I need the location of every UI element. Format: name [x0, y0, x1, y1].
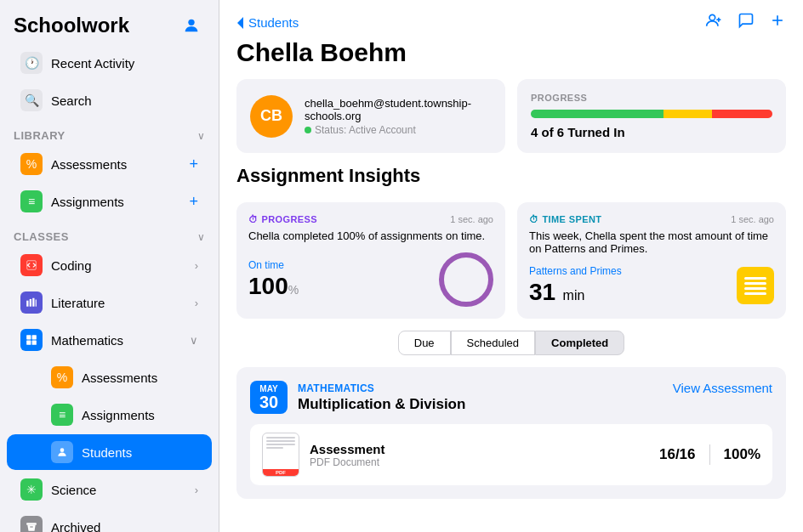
insight-progress-card: ⏱ PROGRESS 1 sec. ago Chella completed 1…: [236, 202, 505, 319]
subject-label: Patterns and Primes: [529, 265, 622, 277]
sidebar-item-recent-activity[interactable]: 🕐 Recent Activity: [7, 45, 212, 81]
notes-icon: [737, 267, 774, 304]
assignment-class: MATHEMATICS: [298, 382, 673, 394]
progress-badge: ⏱ PROGRESS: [248, 214, 317, 224]
students-label: Students: [82, 445, 198, 460]
sidebar-item-literature[interactable]: Literature ›: [7, 285, 212, 320]
assignment-header: MAY 30 MATHEMATICS Multiplication & Divi…: [250, 381, 772, 414]
on-time-label: On time: [248, 259, 299, 271]
svg-point-0: [188, 20, 194, 25]
profile-info: chella_boehm@student.township-schools.or…: [305, 97, 492, 136]
profile-card: CB chella_boehm@student.township-schools…: [236, 79, 505, 153]
account-icon-btn[interactable]: [178, 12, 205, 39]
svg-rect-8: [26, 341, 31, 345]
time-value-group: 31 min: [529, 279, 622, 306]
time-unit: min: [563, 288, 585, 303]
assignment-name: Multiplication & Division: [298, 396, 673, 413]
sidebar-item-assessments[interactable]: % Assessments +: [7, 146, 212, 182]
add-btn[interactable]: [769, 12, 786, 33]
assignments-add-icon[interactable]: +: [189, 193, 198, 211]
filter-tab-completed[interactable]: Completed: [535, 331, 624, 355]
avatar: CB: [250, 95, 293, 138]
sidebar-item-assignments[interactable]: ≡ Assignments +: [7, 184, 212, 219]
assignment-item-row: PDF Assessment PDF Document 16/16 100%: [250, 424, 772, 485]
filter-tab-due[interactable]: Due: [398, 331, 451, 355]
app-title: Schoolwork: [14, 14, 129, 37]
progress-bar-red: [712, 110, 772, 118]
students-icon: [51, 441, 73, 463]
progress-time: 1 sec. ago: [450, 214, 493, 224]
sidebar-item-science[interactable]: ✳ Science ›: [7, 472, 212, 507]
svg-rect-5: [36, 300, 37, 307]
back-label: Students: [248, 15, 299, 30]
nav-actions: [704, 12, 786, 33]
status-text: Status: Active Account: [315, 124, 416, 136]
assignment-title-group: MATHEMATICS Multiplication & Division: [298, 382, 673, 413]
on-time-number: 100: [248, 273, 288, 299]
literature-chevron-icon: ›: [195, 297, 198, 309]
donut-chart: [439, 252, 493, 307]
search-icon: 🔍: [20, 89, 43, 111]
svg-point-10: [60, 448, 65, 452]
math-assessments-label: Assessments: [82, 371, 198, 385]
time-spent-time: 1 sec. ago: [731, 214, 774, 224]
archived-label: Archived: [51, 520, 198, 533]
mathematics-chevron-icon: ∨: [190, 334, 198, 347]
assessments-icon: %: [20, 153, 43, 175]
time-badge: ⏱ TIME SPENT: [529, 214, 601, 224]
message-btn[interactable]: [737, 12, 755, 33]
filter-tab-scheduled[interactable]: Scheduled: [451, 331, 535, 355]
assignments-icon: ≡: [20, 190, 43, 212]
view-assessment-btn[interactable]: View Assessment: [673, 381, 772, 395]
coding-icon: [20, 254, 43, 276]
sidebar-item-mathematics[interactable]: Mathematics ∨: [7, 322, 212, 358]
score-percent: 100%: [724, 446, 760, 463]
classes-section-header: Classes ∨: [0, 220, 219, 246]
coding-label: Coding: [51, 258, 186, 273]
insight-progress-header: ⏱ PROGRESS 1 sec. ago: [248, 214, 493, 224]
sidebar-item-coding[interactable]: Coding ›: [7, 247, 212, 283]
progress-bar: [531, 110, 772, 118]
recent-activity-icon: 🕐: [20, 52, 43, 74]
science-icon: ✳: [20, 478, 43, 501]
add-student-btn[interactable]: [704, 12, 723, 33]
time-number: 31: [529, 279, 555, 305]
svg-rect-7: [32, 335, 37, 339]
classes-chevron-icon: ∨: [197, 231, 205, 243]
doc-type-bar: PDF: [263, 469, 299, 476]
content-area: CB chella_boehm@student.township-schools…: [219, 79, 803, 516]
progress-bar-yellow: [663, 110, 712, 118]
doc-thumb-content: [263, 433, 299, 469]
insights-row: ⏱ PROGRESS 1 sec. ago Chella completed 1…: [236, 202, 786, 319]
sidebar-item-archived[interactable]: Archived: [7, 509, 212, 532]
assessments-add-icon[interactable]: +: [189, 156, 198, 173]
on-time-value: 100%: [248, 273, 299, 300]
science-chevron-icon: ›: [195, 484, 198, 496]
mathematics-label: Mathematics: [51, 333, 181, 348]
progress-bar-green: [531, 110, 663, 118]
assignment-card: MAY 30 MATHEMATICS Multiplication & Divi…: [236, 367, 786, 499]
svg-rect-1: [27, 261, 37, 270]
library-label: Library: [14, 129, 65, 142]
math-assignments-icon: ≡: [51, 404, 73, 426]
progress-description: Chella completed 100% of assignments on …: [248, 229, 493, 242]
insights-title: Assignment Insights: [236, 165, 786, 187]
svg-rect-3: [30, 299, 31, 307]
sidebar-item-math-assessments[interactable]: % Assessments: [7, 359, 212, 395]
svg-point-13: [709, 14, 715, 20]
sidebar-item-math-assignments[interactable]: ≡ Assignments: [7, 397, 212, 433]
sidebar-header: Schoolwork: [0, 0, 219, 44]
search-label: Search: [51, 93, 198, 108]
assignment-title-area: MAY 30 MATHEMATICS Multiplication & Divi…: [250, 381, 673, 414]
on-time-unit: %: [288, 283, 299, 297]
top-cards: CB chella_boehm@student.township-schools…: [236, 79, 786, 153]
classes-label: Classes: [14, 230, 69, 243]
time-description: This week, Chella spent the most amount …: [529, 229, 774, 255]
back-button[interactable]: Students: [236, 15, 299, 30]
sidebar-item-search[interactable]: 🔍 Search: [7, 82, 212, 118]
filter-tabs: Due Scheduled Completed: [236, 331, 786, 355]
assignment-scores: 16/16 100%: [659, 444, 760, 465]
sidebar-item-students[interactable]: Students: [7, 434, 212, 470]
student-status: Status: Active Account: [305, 124, 492, 136]
literature-label: Literature: [51, 296, 186, 310]
